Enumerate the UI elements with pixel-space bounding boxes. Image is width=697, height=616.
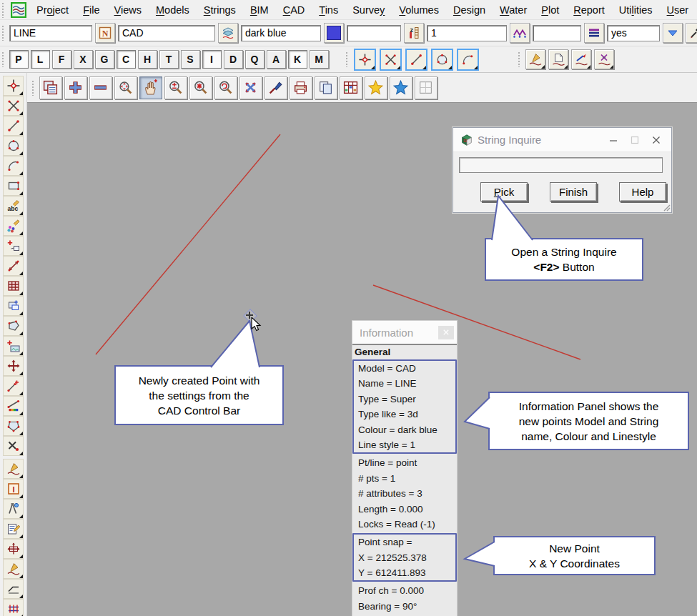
- snap-toggle-q[interactable]: Q: [245, 50, 265, 69]
- snap-toggle-h[interactable]: H: [138, 50, 157, 69]
- divide-tool-button[interactable]: [3, 499, 24, 519]
- snap-toggle-g[interactable]: G: [95, 50, 114, 69]
- finish-button[interactable]: Finish: [550, 182, 597, 202]
- model-input[interactable]: [118, 25, 215, 41]
- edit-string-tool-button[interactable]: [3, 459, 24, 479]
- menu-item-design[interactable]: Design: [446, 3, 493, 17]
- menu-item-file[interactable]: File: [76, 3, 107, 17]
- snap-toggle-m[interactable]: M: [310, 50, 329, 69]
- interest-tool-button[interactable]: I: [3, 479, 24, 499]
- menu-item-volumes[interactable]: Volumes: [392, 3, 446, 17]
- linestyle-input[interactable]: [427, 25, 507, 41]
- pick-button[interactable]: Pick: [480, 182, 528, 202]
- snap-toggle-s[interactable]: S: [181, 50, 200, 69]
- paste-view-button[interactable]: [39, 76, 62, 99]
- colour-segment-tool-button[interactable]: [3, 396, 24, 416]
- drawing-canvas[interactable]: 12 String Inquire PickFinishHelp: [27, 103, 697, 616]
- circle-tool-button[interactable]: [3, 136, 24, 156]
- minimize-button[interactable]: [603, 132, 624, 148]
- snap-bar-grip[interactable]: [1, 51, 5, 67]
- snap-toggle-p[interactable]: P: [9, 50, 29, 69]
- menu-item-project[interactable]: Project: [29, 3, 76, 17]
- snap-toggle-t[interactable]: T: [159, 50, 179, 69]
- circle-snap-button[interactable]: [431, 49, 453, 71]
- delete-tool-button[interactable]: [3, 436, 24, 456]
- weight-picker-button[interactable]: [584, 23, 604, 43]
- symbol-tool-button[interactable]: [3, 216, 24, 236]
- colour-swatch-button[interactable]: [324, 23, 344, 43]
- grid-tool-button[interactable]: [3, 276, 24, 296]
- zoom-extents-button[interactable]: [114, 76, 137, 99]
- menu-item-plot[interactable]: Plot: [534, 3, 566, 17]
- resize-grip[interactable]: [662, 203, 671, 212]
- pan-button[interactable]: [139, 76, 162, 99]
- info-close-button[interactable]: [438, 326, 454, 339]
- line-snap-button[interactable]: [405, 49, 427, 71]
- favourites-yellow-button[interactable]: [365, 76, 387, 99]
- insert-point-tool-button[interactable]: [3, 236, 24, 256]
- zoom-window-button[interactable]: [189, 76, 212, 99]
- help-button[interactable]: Help: [619, 182, 666, 202]
- snap-toggle-x[interactable]: X: [74, 50, 93, 69]
- favourites-blue-button[interactable]: [390, 76, 412, 99]
- plot-button[interactable]: [290, 76, 312, 99]
- edit-string-button[interactable]: [571, 49, 591, 69]
- cad-tools-grip[interactable]: [518, 51, 521, 67]
- intersection-snap-button[interactable]: [380, 49, 402, 71]
- menu-item-cad[interactable]: CAD: [276, 3, 312, 17]
- snap-mode-grip[interactable]: [345, 51, 349, 67]
- colour-input[interactable]: [241, 25, 321, 41]
- rectangle-tool-button[interactable]: [3, 176, 24, 196]
- cad-bar-grip[interactable]: [1, 25, 5, 41]
- linestyle-picker-button[interactable]: [510, 23, 530, 43]
- model-picker-button[interactable]: [218, 23, 238, 43]
- redraw-button[interactable]: [265, 76, 287, 99]
- zoom-out-button[interactable]: [89, 76, 112, 99]
- menu-item-utilities[interactable]: Utilities: [612, 3, 660, 17]
- view-grid-button[interactable]: [340, 76, 362, 99]
- text-tool-button[interactable]: abc: [3, 196, 24, 216]
- menu-item-tins[interactable]: Tins: [312, 3, 345, 17]
- tinable-dropdown-button[interactable]: [663, 23, 683, 43]
- snap-toggle-f[interactable]: F: [52, 50, 71, 69]
- move-tool-button[interactable]: [3, 356, 24, 376]
- maximize-button[interactable]: [624, 132, 646, 148]
- close-button[interactable]: [646, 132, 667, 148]
- arc-tool-button[interactable]: [3, 156, 24, 176]
- snap-toggle-c[interactable]: C: [117, 50, 136, 69]
- line-tool-button[interactable]: [3, 116, 24, 136]
- z-picker-button[interactable]: z: [404, 23, 424, 43]
- arc-snap-button[interactable]: [457, 49, 479, 71]
- view-layout-button[interactable]: [415, 76, 438, 99]
- menu-item-survey[interactable]: Survey: [345, 3, 392, 17]
- snap-toggle-a[interactable]: A: [267, 50, 286, 69]
- pick-attributes-button[interactable]: [686, 23, 697, 43]
- copy-view-button[interactable]: [315, 76, 337, 99]
- paste-string-button[interactable]: [548, 49, 568, 69]
- create-string-button[interactable]: [525, 49, 545, 69]
- name-next-button[interactable]: N: [95, 23, 115, 43]
- menu-item-user[interactable]: User: [660, 3, 696, 17]
- string-name-input[interactable]: [9, 25, 92, 41]
- string-functions-button[interactable]: [594, 49, 614, 69]
- menu-item-water[interactable]: Water: [493, 3, 534, 17]
- zoom-in-button[interactable]: [64, 76, 87, 99]
- menubar-grip[interactable]: [1, 2, 5, 18]
- insert-vertex-tool-button[interactable]: [3, 376, 24, 396]
- snap-toggle-k[interactable]: K: [288, 50, 307, 69]
- angle-tool-button[interactable]: [3, 579, 24, 599]
- zoom-previous-button[interactable]: [214, 76, 237, 99]
- snap-toggle-d[interactable]: D: [224, 50, 243, 69]
- regenerate-button[interactable]: [239, 76, 262, 99]
- polygon-tool-button[interactable]: [3, 316, 24, 336]
- menu-item-report[interactable]: Report: [566, 3, 612, 17]
- snap-toggle-l[interactable]: L: [31, 50, 50, 69]
- tinable-input[interactable]: [607, 25, 660, 41]
- dialog-title-bar[interactable]: 12 String Inquire: [453, 128, 671, 152]
- measure-tool-button[interactable]: [3, 256, 24, 276]
- point-snap-button[interactable]: [354, 49, 376, 71]
- view-toolbar-grip[interactable]: [31, 80, 35, 96]
- copy-tool-button[interactable]: [3, 296, 24, 316]
- weight-input[interactable]: [533, 25, 581, 41]
- menu-item-bim[interactable]: BIM: [243, 3, 276, 17]
